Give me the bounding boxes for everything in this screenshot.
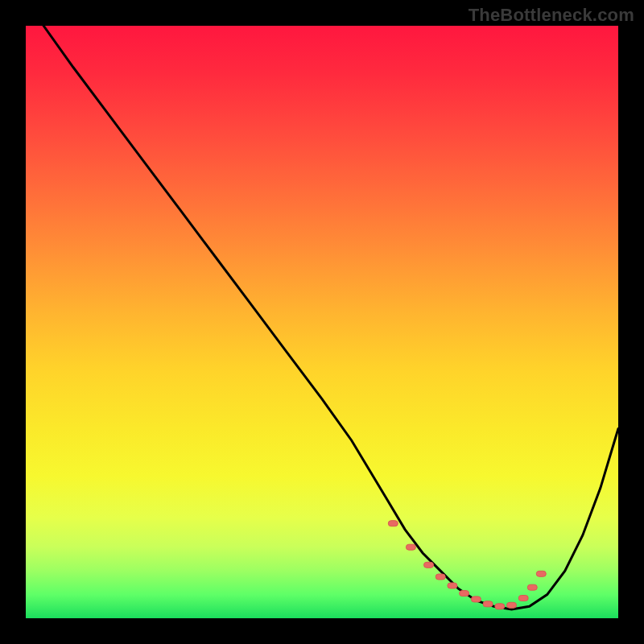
marker	[507, 602, 517, 608]
plot-area	[26, 26, 618, 618]
marker	[518, 596, 528, 601]
marker	[483, 601, 493, 607]
marker	[471, 597, 481, 602]
marker	[460, 591, 469, 597]
marker	[406, 544, 415, 550]
chart-overlay	[26, 26, 618, 618]
bottleneck-curve	[43, 26, 618, 609]
marker	[527, 584, 537, 590]
marker	[448, 583, 457, 588]
watermark-text: TheBottleneck.com	[469, 5, 634, 26]
highlight-markers	[388, 521, 546, 609]
chart-frame: TheBottleneck.com	[0, 0, 644, 644]
marker	[388, 521, 398, 526]
marker	[436, 574, 445, 580]
marker	[536, 571, 546, 576]
marker	[424, 562, 434, 568]
marker	[495, 604, 505, 609]
